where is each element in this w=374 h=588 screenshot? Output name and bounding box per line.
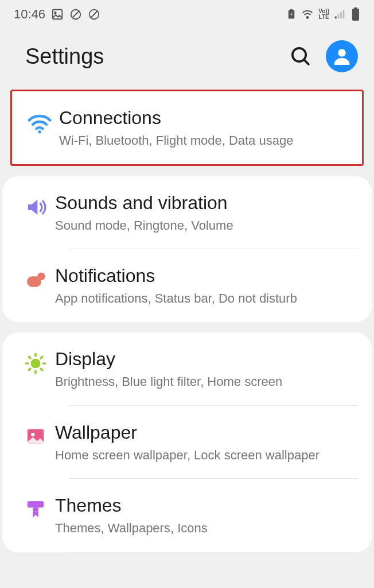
picture-icon	[51, 8, 64, 21]
svg-rect-10	[335, 17, 337, 19]
wifi-icon	[301, 8, 314, 21]
setting-desc: App notifications, Status bar, Do not di…	[55, 290, 358, 307]
volte-indicator: Vo)) LTE	[318, 9, 329, 20]
setting-connections[interactable]: Connections Wi-Fi, Bluetooth, Flight mod…	[12, 91, 362, 164]
setting-desc: Home screen wallpaper, Lock screen wallp…	[55, 447, 358, 464]
setting-title: Notifications	[55, 265, 358, 287]
svg-line-17	[305, 60, 309, 65]
person-icon	[332, 46, 352, 67]
setting-title: Connections	[59, 107, 348, 129]
status-bar: 10:46 + Vo)) LTE	[0, 0, 374, 26]
search-icon	[289, 45, 312, 68]
svg-rect-12	[340, 12, 342, 18]
setting-text: Connections Wi-Fi, Bluetooth, Flight mod…	[59, 107, 348, 149]
setting-text: Themes Themes, Wallpapers, Icons	[55, 495, 358, 537]
svg-rect-33	[28, 501, 44, 508]
setting-themes[interactable]: Themes Themes, Wallpapers, Icons	[2, 479, 372, 552]
setting-desc: Wi-Fi, Bluetooth, Flight mode, Data usag…	[59, 132, 348, 149]
header: Settings	[0, 26, 374, 90]
svg-line-5	[91, 11, 98, 18]
connections-highlight: Connections Wi-Fi, Bluetooth, Flight mod…	[10, 90, 364, 166]
setting-wallpaper[interactable]: Wallpaper Home screen wallpaper, Lock sc…	[2, 406, 372, 479]
setting-title: Wallpaper	[55, 422, 358, 443]
battery-icon	[351, 7, 360, 21]
dnd-icon	[69, 8, 82, 21]
setting-text: Sounds and vibration Sound mode, Rington…	[55, 192, 358, 234]
svg-rect-34	[33, 508, 38, 511]
dnd-icon-2	[88, 8, 100, 21]
signal-icon	[334, 8, 346, 21]
battery-saver-icon: +	[286, 9, 297, 20]
display-icon	[16, 349, 55, 375]
setting-title: Sounds and vibration	[55, 192, 358, 214]
svg-line-28	[41, 369, 42, 370]
card-group-display: Display Brightness, Blue light filter, H…	[2, 332, 372, 552]
svg-line-3	[73, 11, 79, 18]
setting-desc: Themes, Wallpapers, Icons	[55, 520, 358, 537]
setting-text: Wallpaper Home screen wallpaper, Lock sc…	[55, 422, 358, 464]
svg-rect-15	[352, 9, 359, 21]
lte-text: LTE	[318, 14, 329, 20]
profile-button[interactable]	[326, 40, 358, 72]
sound-icon	[16, 192, 55, 219]
svg-point-1	[54, 12, 56, 14]
setting-desc: Brightness, Blue light filter, Home scre…	[55, 373, 358, 390]
svg-point-18	[338, 49, 346, 57]
svg-rect-11	[337, 14, 339, 18]
svg-point-16	[293, 48, 306, 61]
svg-rect-7	[290, 9, 293, 10]
status-right: + Vo)) LTE	[286, 7, 360, 21]
wallpaper-icon	[16, 422, 55, 447]
setting-sounds[interactable]: Sounds and vibration Sound mode, Rington…	[2, 176, 372, 249]
svg-point-21	[37, 273, 45, 280]
svg-text:+: +	[290, 11, 293, 17]
setting-desc: Sound mode, Ringtone, Volume	[55, 217, 358, 234]
header-actions	[289, 40, 358, 72]
svg-point-32	[31, 432, 34, 436]
svg-rect-0	[53, 10, 63, 20]
setting-notifications[interactable]: Notifications App notifications, Status …	[2, 249, 372, 322]
setting-title: Display	[55, 349, 358, 370]
setting-text: Display Brightness, Blue light filter, H…	[55, 349, 358, 390]
status-left: 10:46	[14, 7, 100, 22]
search-button[interactable]	[289, 45, 312, 68]
card-group-sounds: Sounds and vibration Sound mode, Rington…	[2, 176, 372, 322]
svg-point-19	[38, 130, 41, 134]
page-title: Settings	[25, 44, 104, 69]
setting-text: Notifications App notifications, Status …	[55, 265, 358, 307]
svg-point-22	[31, 359, 41, 369]
setting-display[interactable]: Display Brightness, Blue light filter, H…	[2, 332, 372, 405]
themes-icon	[16, 495, 55, 520]
svg-line-29	[29, 369, 30, 370]
svg-line-27	[29, 357, 30, 358]
svg-rect-13	[343, 10, 345, 19]
divider	[69, 552, 358, 552]
svg-line-30	[41, 357, 42, 358]
status-time: 10:46	[14, 7, 45, 22]
notifications-icon	[16, 265, 55, 292]
setting-title: Themes	[55, 495, 358, 516]
svg-point-9	[307, 17, 309, 18]
wifi-setting-icon	[20, 107, 59, 136]
